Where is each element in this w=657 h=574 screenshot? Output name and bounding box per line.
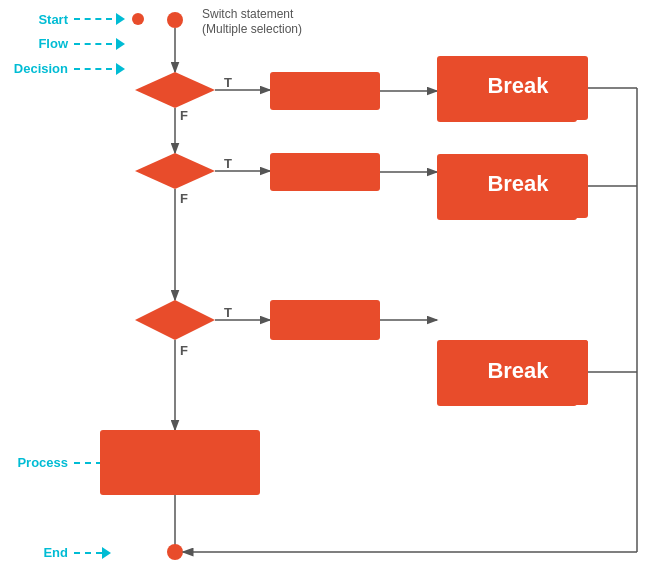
flowchart-svg: Switch statement (Multiple selection) T … (0, 0, 657, 574)
d1-true-label: T (224, 75, 232, 90)
decision2-diamond (135, 153, 215, 189)
body-box2 (270, 153, 380, 191)
body-box3 (270, 300, 380, 340)
d2-true-label: T (224, 156, 232, 171)
annotation-line1: Switch statement (202, 7, 294, 21)
d3-false-label: F (180, 343, 188, 358)
end-node (167, 544, 183, 560)
process-box (100, 430, 260, 495)
body-box1 (270, 72, 380, 110)
break2-text-final: Break (487, 171, 549, 196)
break3-text-final: Break (487, 358, 549, 383)
d2-false-label: F (180, 191, 188, 206)
d3-true-label: T (224, 305, 232, 320)
decision3-diamond (135, 300, 215, 340)
annotation-line2: (Multiple selection) (202, 22, 302, 36)
break1-text-final: Break (487, 73, 549, 98)
decision1-diamond (135, 72, 215, 108)
diagram-container: Start Flow Decision Process End (0, 0, 657, 574)
d1-false-label: F (180, 108, 188, 123)
start-node (167, 12, 183, 28)
